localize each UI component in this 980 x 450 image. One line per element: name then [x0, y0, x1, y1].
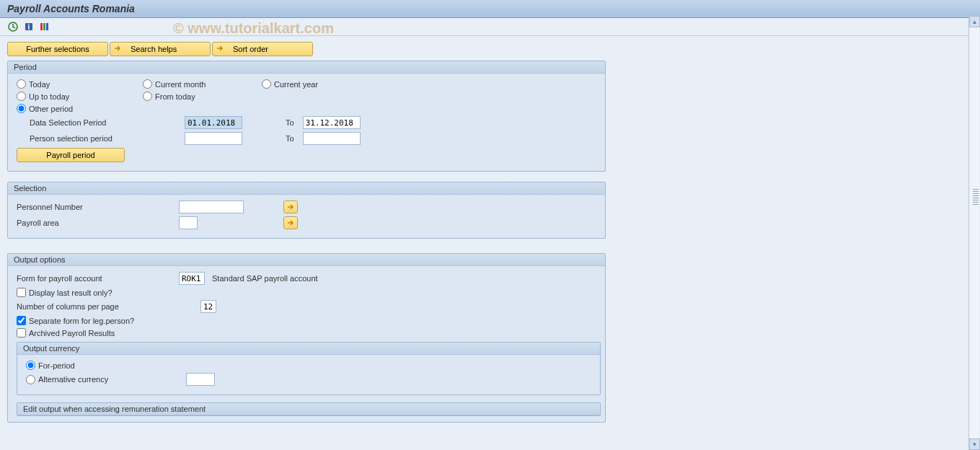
period-group: Period Today Current month Current year	[7, 61, 606, 172]
alt-currency-radio[interactable]	[26, 375, 35, 384]
current-year-radio[interactable]	[262, 79, 271, 89]
output-currency-group: Output currency For-period Alternative c…	[17, 342, 601, 395]
separate-form-checkbox[interactable]	[17, 316, 26, 325]
up-to-today-radio[interactable]	[17, 92, 26, 101]
personnel-number-input[interactable]	[179, 200, 244, 213]
sort-order-button[interactable]: Sort order	[212, 42, 313, 56]
execute-icon[interactable]	[7, 21, 19, 32]
num-cols-label: Number of columns per page	[17, 302, 200, 311]
person-selection-from-input[interactable]	[185, 132, 242, 145]
toolbar: i	[0, 18, 980, 36]
current-month-label: Current month	[155, 80, 206, 89]
archived-label: Archived Payroll Results	[29, 329, 115, 338]
content-area: Further selections Search helps Sort ord…	[0, 36, 980, 446]
window-title: Payroll Accounts Romania	[7, 3, 135, 14]
window-title-bar: Payroll Accounts Romania	[0, 0, 980, 18]
scroll-down-icon[interactable]: ▼	[969, 438, 980, 450]
edit-output-group: Edit output when accessing remuneration …	[17, 402, 601, 416]
for-period-label: For-period	[38, 361, 75, 370]
scroll-thumb[interactable]	[970, 27, 979, 438]
search-helps-button[interactable]: Search helps	[110, 42, 211, 56]
vertical-scrollbar[interactable]: ▲ ▼	[968, 16, 980, 450]
sort-order-label: Sort order	[233, 45, 268, 53]
arrow-right-icon	[113, 45, 122, 53]
num-cols-input[interactable]	[200, 300, 216, 313]
arrow-right-icon	[287, 219, 294, 226]
current-year-label: Current year	[274, 80, 318, 89]
data-selection-period-label: Data Selection Period	[30, 118, 185, 127]
to-label-2: To	[286, 134, 294, 143]
from-today-radio[interactable]	[143, 92, 152, 101]
archived-checkbox[interactable]	[17, 328, 26, 338]
alt-currency-label: Alternative currency	[38, 375, 186, 384]
personnel-number-multi-button[interactable]	[283, 200, 298, 213]
data-selection-from-input[interactable]	[185, 116, 242, 129]
svg-text:i: i	[28, 23, 30, 31]
payroll-area-label: Payroll area	[17, 219, 179, 227]
svg-rect-4	[43, 23, 45, 30]
to-label-1: To	[286, 118, 294, 127]
further-selections-button[interactable]: Further selections	[7, 42, 108, 56]
alt-currency-input[interactable]	[186, 373, 215, 386]
up-to-today-label: Up to today	[29, 92, 69, 101]
current-month-radio[interactable]	[143, 79, 152, 89]
from-today-label: From today	[155, 92, 195, 101]
payroll-area-input[interactable]	[179, 216, 198, 229]
form-for-payroll-label: Form for payroll account	[17, 274, 179, 283]
person-selection-to-input[interactable]	[303, 132, 361, 145]
selection-header: Selection	[8, 182, 605, 195]
edit-output-header: Edit output when accessing remuneration …	[17, 403, 600, 415]
other-period-radio[interactable]	[17, 104, 26, 113]
selection-buttons-row: Further selections Search helps Sort ord…	[7, 42, 973, 56]
person-selection-period-label: Person selection period	[30, 134, 185, 143]
search-helps-label: Search helps	[131, 45, 177, 53]
svg-rect-5	[46, 23, 48, 30]
output-options-header: Output options	[8, 254, 605, 266]
display-last-checkbox[interactable]	[17, 288, 26, 297]
svg-rect-3	[40, 23, 43, 30]
for-period-radio[interactable]	[26, 361, 35, 370]
output-options-group: Output options Form for payroll account …	[7, 253, 606, 423]
other-period-label: Other period	[29, 105, 73, 113]
today-label: Today	[29, 80, 50, 89]
personnel-number-label: Personnel Number	[17, 203, 179, 211]
output-currency-header: Output currency	[17, 343, 600, 355]
data-selection-to-input[interactable]	[303, 116, 361, 129]
scroll-up-icon[interactable]: ▲	[969, 16, 980, 27]
period-header: Period	[8, 61, 605, 74]
color-settings-icon[interactable]	[39, 21, 50, 32]
form-desc-label: Standard SAP payroll account	[212, 274, 318, 283]
arrow-right-icon	[216, 45, 224, 53]
scroll-grip-icon	[973, 189, 979, 206]
selection-group: Selection Personnel Number Payroll area	[7, 182, 606, 239]
arrow-right-icon	[287, 203, 294, 211]
today-radio[interactable]	[17, 79, 26, 89]
separate-form-label: Separate form for leg.person?	[29, 317, 134, 325]
display-last-label: Display last result only?	[29, 288, 112, 297]
info-icon[interactable]: i	[23, 21, 35, 32]
payroll-area-multi-button[interactable]	[283, 216, 298, 229]
form-for-payroll-input[interactable]	[179, 272, 205, 285]
payroll-period-button[interactable]: Payroll period	[17, 148, 125, 162]
